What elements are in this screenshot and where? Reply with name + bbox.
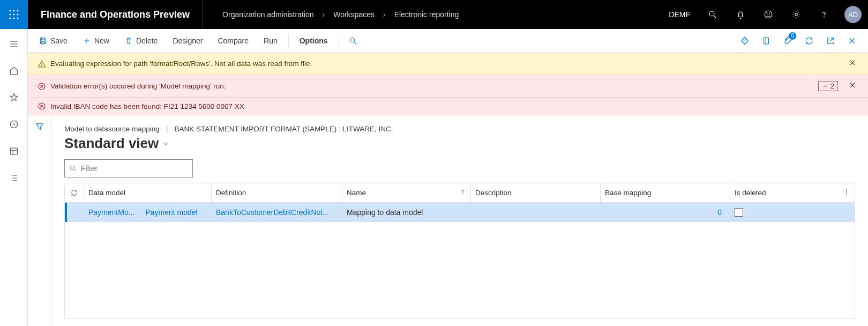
home-icon[interactable] xyxy=(3,60,25,82)
designer-button[interactable]: Designer xyxy=(166,33,209,48)
collapse-errors-button[interactable]: 2 xyxy=(818,81,838,91)
col-name[interactable]: Name xyxy=(342,183,471,202)
search-icon[interactable] xyxy=(699,0,727,29)
app-title: Finance and Operations Preview xyxy=(28,0,203,29)
svg-point-15 xyxy=(824,17,825,17)
svg-point-5 xyxy=(17,13,18,15)
nav-rail xyxy=(0,29,28,326)
svg-point-14 xyxy=(795,13,798,16)
modules-icon[interactable] xyxy=(3,167,25,189)
bell-icon[interactable] xyxy=(727,0,754,29)
svg-point-57 xyxy=(846,194,847,194)
breadcrumb-item[interactable]: Organization administration xyxy=(222,10,313,19)
chevron-up-icon xyxy=(822,83,828,90)
diamond-icon[interactable] xyxy=(735,31,754,50)
chevron-right-icon: › xyxy=(377,10,392,19)
col-base-mapping[interactable]: Base mapping xyxy=(601,183,730,202)
svg-point-0 xyxy=(9,10,11,11)
close-icon[interactable] xyxy=(847,79,858,93)
svg-line-53 xyxy=(74,169,76,172)
svg-point-55 xyxy=(846,189,847,190)
error-message-bar: Validation error(s) occured during 'Mode… xyxy=(28,75,868,98)
error-icon xyxy=(38,102,46,110)
breadcrumb-item[interactable]: Workspaces xyxy=(333,10,375,19)
chevron-down-icon xyxy=(162,140,169,147)
warning-message-bar: Evaluating expression for path 'format/R… xyxy=(28,53,868,75)
svg-point-9 xyxy=(709,11,714,16)
svg-point-4 xyxy=(13,13,14,15)
new-button[interactable]: New xyxy=(76,33,116,48)
svg-point-8 xyxy=(17,17,18,19)
breadcrumb: Organization administration › Workspaces… xyxy=(203,10,459,19)
svg-rect-20 xyxy=(10,148,17,154)
refresh-icon[interactable] xyxy=(799,31,819,50)
grid-header: Data model Definition Name Description B… xyxy=(65,183,855,203)
view-selector[interactable]: Standard view xyxy=(64,135,855,152)
error-text: Validation error(s) occured during 'Mode… xyxy=(50,82,226,90)
svg-point-56 xyxy=(846,191,847,192)
svg-line-37 xyxy=(830,38,833,41)
svg-line-34 xyxy=(354,42,356,44)
command-bar: Save New Delete Designer Compare Run Opt… xyxy=(28,29,868,53)
workspaces-icon[interactable] xyxy=(3,140,25,162)
name-cell: Mapping to data model xyxy=(347,208,423,217)
save-label: Save xyxy=(50,36,68,45)
col-is-deleted[interactable]: Is deleted xyxy=(730,183,855,202)
data-model-link-full[interactable]: Payment model xyxy=(145,208,197,217)
clock-icon[interactable] xyxy=(3,114,25,135)
close-icon[interactable] xyxy=(847,57,858,70)
table-row[interactable]: PaymentMo... Payment model BankToCustome… xyxy=(65,203,855,222)
delete-label: Delete xyxy=(136,36,158,45)
star-icon[interactable] xyxy=(3,87,25,108)
book-icon[interactable] xyxy=(757,31,776,50)
close-icon[interactable] xyxy=(842,31,862,50)
col-data-model[interactable]: Data model xyxy=(84,183,212,202)
quick-filter[interactable] xyxy=(64,159,193,177)
svg-point-12 xyxy=(767,13,767,14)
chevron-right-icon: › xyxy=(316,10,332,19)
global-header: Finance and Operations Preview Organizat… xyxy=(0,0,868,29)
sort-asc-icon xyxy=(460,189,466,197)
more-icon[interactable] xyxy=(843,188,850,197)
gear-icon[interactable] xyxy=(782,0,810,29)
smile-icon[interactable] xyxy=(754,0,782,29)
view-name: Standard view xyxy=(64,135,159,152)
grid-body-empty xyxy=(65,222,855,318)
funnel-icon[interactable] xyxy=(35,122,44,326)
filter-input[interactable] xyxy=(81,164,188,173)
options-button[interactable]: Options xyxy=(293,33,334,48)
compare-button[interactable]: Compare xyxy=(211,33,255,48)
definition-link[interactable]: BankToCustomerDebitCreditNot... xyxy=(216,208,329,217)
col-description[interactable]: Description xyxy=(471,183,601,202)
svg-point-11 xyxy=(765,11,772,18)
error-detail-text: Invalid IBAN code has been found: FI21 1… xyxy=(50,102,244,110)
svg-point-41 xyxy=(42,65,42,66)
run-button[interactable]: Run xyxy=(257,33,284,48)
data-model-link-short[interactable]: PaymentMo... xyxy=(88,208,134,217)
legal-entity[interactable]: DEMF xyxy=(660,10,699,19)
filter-rail xyxy=(28,115,51,326)
new-label: New xyxy=(94,36,109,45)
page-caption-main: Model to datasource mapping xyxy=(64,125,160,133)
search-icon xyxy=(69,165,77,172)
avatar[interactable]: AD xyxy=(844,6,862,23)
delete-button[interactable]: Delete xyxy=(118,33,164,48)
error-count: 2 xyxy=(830,82,834,90)
save-button[interactable]: Save xyxy=(32,33,74,48)
hamburger-icon[interactable] xyxy=(3,33,25,55)
help-icon[interactable] xyxy=(810,0,838,29)
waffle-icon[interactable] xyxy=(0,0,28,29)
col-definition[interactable]: Definition xyxy=(212,183,342,202)
svg-point-52 xyxy=(70,166,74,169)
breadcrumb-item[interactable]: Electronic reporting xyxy=(394,10,459,19)
popout-icon[interactable] xyxy=(821,31,840,50)
separator xyxy=(339,34,339,48)
refresh-column[interactable] xyxy=(65,183,84,202)
error-detail-bar: Invalid IBAN code has been found: FI21 1… xyxy=(28,98,868,115)
page-search-button[interactable] xyxy=(343,33,363,48)
svg-point-6 xyxy=(9,17,11,19)
page-caption: Model to datasource mapping | BANK STATE… xyxy=(64,125,855,133)
is-deleted-checkbox[interactable] xyxy=(735,208,743,217)
attachments-button[interactable]: 0 xyxy=(778,31,797,50)
base-mapping-cell[interactable]: 0 xyxy=(717,208,722,217)
